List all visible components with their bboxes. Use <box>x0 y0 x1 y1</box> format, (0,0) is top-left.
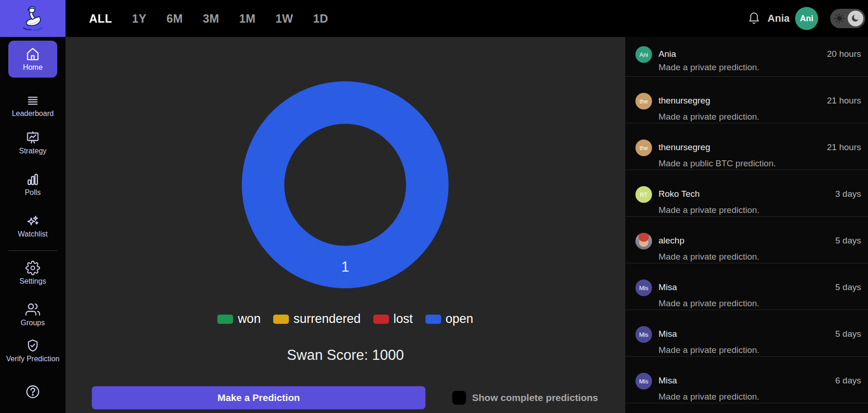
tab-all[interactable]: ALL <box>89 12 112 25</box>
tab-3m[interactable]: 3M <box>203 12 219 25</box>
legend-label: open <box>446 312 473 326</box>
feed-description: Made a private prediction. <box>658 112 760 122</box>
timeframe-tabs: ALL 1Y 6M 3M 1M 1W 1D <box>89 12 328 25</box>
feed-timestamp: 21 hours <box>827 96 861 106</box>
sidebar-item-settings[interactable]: Settings <box>0 261 66 286</box>
tab-6m[interactable]: 6M <box>167 12 183 25</box>
tab-1w[interactable]: 1W <box>275 12 293 25</box>
sidebar-item-label: Verify Prediction <box>0 354 66 364</box>
feed-user-name: alechp <box>658 236 684 246</box>
top-bar: ALL 1Y 6M 3M 1M 1W 1D Ania Ani <box>0 0 868 37</box>
feed-timestamp: 3 days <box>835 189 861 199</box>
show-complete-label: Show complete predictions <box>472 392 598 403</box>
sun-icon <box>834 13 844 24</box>
feed-timestamp: 5 days <box>835 329 861 339</box>
feed-user-name: Roko Tech <box>658 189 700 199</box>
logo[interactable] <box>0 0 66 37</box>
sidebar-divider <box>8 250 57 251</box>
feed-item[interactable]: Mis Misa 5 days Made a private predictio… <box>625 263 868 310</box>
feed-item[interactable]: RT Roko Tech 3 days Made a private predi… <box>625 170 868 217</box>
topbar-right-cluster: Ania Ani <box>747 7 865 30</box>
legend-swatch-lost <box>373 315 389 324</box>
sidebar-item-verify-prediction[interactable]: Verify Prediction <box>0 338 66 364</box>
app-window: ALL 1Y 6M 3M 1M 1W 1D Ania Ani <box>0 0 868 413</box>
tab-1m[interactable]: 1M <box>239 12 256 25</box>
feed-user-name: Misa <box>658 376 677 386</box>
legend-swatch-won <box>217 315 233 324</box>
theme-toggle[interactable] <box>830 9 865 28</box>
predictions-donut-chart: 1 <box>242 81 449 288</box>
feed-description: Made a public BTC prediction. <box>658 158 776 169</box>
feed-user-name: Misa <box>658 329 677 339</box>
feed-timestamp: 5 days <box>835 236 861 246</box>
actions-row: Make a Prediction Show complete predicti… <box>92 386 598 409</box>
feed-user-name: thenursegreg <box>658 142 710 152</box>
feed-item[interactable]: Mis Misa 6 days Made a private predictio… <box>625 357 868 403</box>
sidebar-item-groups[interactable]: Groups <box>0 302 66 328</box>
user-name[interactable]: Ania <box>767 12 790 24</box>
avatar: Mis <box>635 279 652 296</box>
feed-item[interactable]: the thenursegreg 21 hours Made a private… <box>625 77 868 123</box>
sidebar-item-label: Strategy <box>0 146 66 156</box>
help-icon <box>0 384 66 400</box>
tab-1d[interactable]: 1D <box>313 12 328 25</box>
tab-1y[interactable]: 1Y <box>132 12 147 25</box>
make-prediction-button[interactable]: Make a Prediction <box>92 386 425 409</box>
sidebar-item-label: Home <box>19 63 47 72</box>
feed-description: Made a private prediction. <box>658 252 760 262</box>
shield-check-icon <box>0 338 66 353</box>
legend-item-open[interactable]: open <box>425 312 473 326</box>
legend-item-lost[interactable]: lost <box>373 312 413 326</box>
legend-label: surrendered <box>293 312 361 326</box>
avatar: the <box>635 140 652 156</box>
legend-swatch-open <box>425 315 441 324</box>
legend-item-surrendered[interactable]: surrendered <box>273 312 361 326</box>
donut-ring <box>242 81 449 288</box>
sidebar-item-polls[interactable]: Polls <box>0 172 66 197</box>
sidebar-item-label: Polls <box>0 188 66 197</box>
home-icon <box>25 46 41 62</box>
bar-chart-icon <box>0 172 66 187</box>
feed-user-name: thenursegreg <box>658 96 710 106</box>
avatar: RT <box>635 186 652 203</box>
sparkles-icon <box>0 213 66 228</box>
sidebar-item-watchlist[interactable]: Watchlist <box>0 213 66 239</box>
legend-label: lost <box>394 312 413 326</box>
feed-item[interactable]: Ani Ania 20 hours Made a private predict… <box>625 37 868 77</box>
feed-timestamp: 20 hours <box>827 49 861 59</box>
moon-icon <box>848 11 863 26</box>
feed-user-name: Misa <box>658 282 677 292</box>
activity-feed: Ani Ania 20 hours Made a private predict… <box>625 37 868 413</box>
main-content: 1 won surrendered lost open Swan Score: … <box>66 37 625 413</box>
feed-description: Made a private prediction. <box>658 345 760 355</box>
feed-description: Made a private prediction. <box>658 205 760 215</box>
feed-item[interactable]: alechp 5 days Made a private prediction. <box>625 217 868 263</box>
sidebar-item-label: Settings <box>0 277 66 286</box>
sidebar-item-strategy[interactable]: Strategy <box>0 130 66 156</box>
user-avatar[interactable]: Ani <box>795 7 818 30</box>
sidebar-item-help[interactable] <box>0 384 66 400</box>
feed-description: Made a private prediction. <box>658 392 760 402</box>
feed-item[interactable]: the thenursegreg 21 hours Made a public … <box>625 123 868 170</box>
avatar: the <box>635 93 652 109</box>
feed-item[interactable]: Mis Misa 5 days Made a private predictio… <box>625 310 868 357</box>
feed-timestamp: 6 days <box>835 376 861 386</box>
feed-timestamp: 21 hours <box>827 142 861 152</box>
feed-description: Made a private prediction. <box>658 62 760 73</box>
legend-label: won <box>238 312 261 326</box>
presentation-chart-icon <box>0 130 66 145</box>
feed-description: Made a private prediction. <box>658 298 760 309</box>
bell-icon[interactable] <box>747 11 761 26</box>
swan-score: Swan Score: 1000 <box>66 347 625 364</box>
sidebar-item-label: Groups <box>0 318 66 328</box>
sidebar-item-label: Watchlist <box>0 230 66 239</box>
legend-item-won[interactable]: won <box>217 312 261 326</box>
swan-logo <box>18 4 48 33</box>
sidebar-item-home[interactable]: Home <box>8 41 57 78</box>
sidebar-item-leaderboard[interactable]: Leaderboard <box>0 94 66 118</box>
chart-legend: won surrendered lost open <box>66 312 625 326</box>
sidebar: Home Leaderboard Strategy <box>0 37 66 413</box>
legend-swatch-surrendered <box>273 315 289 324</box>
show-complete-checkbox[interactable] <box>452 391 466 405</box>
feed-user-name: Ania <box>658 49 676 59</box>
